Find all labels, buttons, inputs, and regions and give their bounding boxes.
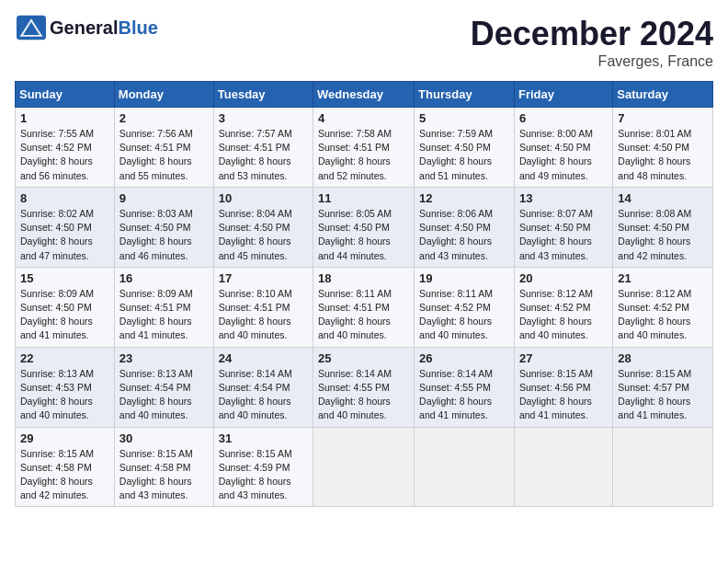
day-number: 27 (519, 351, 608, 365)
calendar-cell: 22 Sunrise: 8:13 AMSunset: 4:53 PMDaylig… (16, 347, 115, 427)
calendar-cell: 30 Sunrise: 8:15 AMSunset: 4:58 PMDaylig… (114, 427, 213, 507)
day-detail: Sunrise: 8:09 AMSunset: 4:50 PMDaylight:… (20, 287, 109, 343)
header-saturday: Saturday (613, 82, 713, 108)
day-detail: Sunrise: 8:15 AMSunset: 4:59 PMDaylight:… (219, 447, 308, 503)
calendar-cell: 12 Sunrise: 8:06 AMSunset: 4:50 PMDaylig… (415, 187, 515, 267)
day-detail: Sunrise: 8:12 AMSunset: 4:52 PMDaylight:… (618, 287, 708, 343)
day-detail: Sunrise: 7:57 AMSunset: 4:51 PMDaylight:… (219, 127, 308, 183)
calendar-cell: 15 Sunrise: 8:09 AMSunset: 4:50 PMDaylig… (16, 267, 115, 347)
day-detail: Sunrise: 8:15 AMSunset: 4:56 PMDaylight:… (519, 367, 608, 423)
calendar-week-row: 15 Sunrise: 8:09 AMSunset: 4:50 PMDaylig… (16, 267, 713, 347)
calendar-cell: 5 Sunrise: 7:59 AMSunset: 4:50 PMDayligh… (415, 108, 515, 188)
day-detail: Sunrise: 7:56 AMSunset: 4:51 PMDaylight:… (119, 127, 209, 183)
calendar-cell: 3 Sunrise: 7:57 AMSunset: 4:51 PMDayligh… (213, 108, 313, 188)
calendar-cell: 18 Sunrise: 8:11 AMSunset: 4:51 PMDaylig… (313, 267, 415, 347)
day-number: 1 (20, 111, 109, 125)
calendar-week-row: 29 Sunrise: 8:15 AMSunset: 4:58 PMDaylig… (16, 427, 713, 507)
day-detail: Sunrise: 7:59 AMSunset: 4:50 PMDaylight:… (419, 127, 509, 183)
day-detail: Sunrise: 8:08 AMSunset: 4:50 PMDaylight:… (618, 207, 708, 263)
day-number: 3 (219, 111, 308, 125)
day-detail: Sunrise: 7:55 AMSunset: 4:52 PMDaylight:… (20, 127, 109, 183)
day-number: 20 (519, 271, 608, 285)
header-monday: Monday (114, 82, 213, 108)
day-number: 15 (20, 271, 109, 285)
logo-blue: Blue (118, 17, 157, 38)
day-detail: Sunrise: 8:14 AMSunset: 4:55 PMDaylight:… (419, 367, 509, 423)
calendar-cell: 1 Sunrise: 7:55 AMSunset: 4:52 PMDayligh… (16, 108, 115, 188)
day-number: 30 (119, 431, 209, 445)
day-number: 28 (618, 351, 708, 365)
day-number: 13 (519, 191, 608, 205)
day-detail: Sunrise: 8:15 AMSunset: 4:58 PMDaylight:… (20, 447, 109, 503)
day-number: 8 (20, 191, 109, 205)
day-number: 19 (419, 271, 509, 285)
day-number: 25 (318, 351, 409, 365)
calendar-cell: 28 Sunrise: 8:15 AMSunset: 4:57 PMDaylig… (613, 347, 713, 427)
day-number: 22 (20, 351, 109, 365)
calendar-table: Sunday Monday Tuesday Wednesday Thursday… (15, 81, 713, 507)
calendar-cell: 24 Sunrise: 8:14 AMSunset: 4:54 PMDaylig… (213, 347, 313, 427)
day-detail: Sunrise: 8:15 AMSunset: 4:57 PMDaylight:… (618, 367, 708, 423)
day-detail: Sunrise: 8:13 AMSunset: 4:53 PMDaylight:… (20, 367, 109, 423)
calendar-week-row: 22 Sunrise: 8:13 AMSunset: 4:53 PMDaylig… (16, 347, 713, 427)
day-number: 26 (419, 351, 509, 365)
calendar-cell: 23 Sunrise: 8:13 AMSunset: 4:54 PMDaylig… (114, 347, 213, 427)
day-number: 4 (318, 111, 409, 125)
day-number: 7 (618, 111, 708, 125)
day-number: 17 (219, 271, 308, 285)
header-tuesday: Tuesday (213, 82, 313, 108)
logo-icon (17, 15, 46, 40)
title-block: December 2024 Faverges, France (471, 15, 713, 70)
calendar-cell: 25 Sunrise: 8:14 AMSunset: 4:55 PMDaylig… (313, 347, 415, 427)
calendar-cell: 19 Sunrise: 8:11 AMSunset: 4:52 PMDaylig… (415, 267, 515, 347)
day-detail: Sunrise: 8:07 AMSunset: 4:50 PMDaylight:… (519, 207, 608, 263)
logo: GeneralBlue (15, 15, 158, 40)
day-detail: Sunrise: 8:03 AMSunset: 4:50 PMDaylight:… (119, 207, 209, 263)
day-detail: Sunrise: 8:14 AMSunset: 4:55 PMDaylight:… (318, 367, 409, 423)
day-detail: Sunrise: 8:05 AMSunset: 4:50 PMDaylight:… (318, 207, 409, 263)
day-number: 5 (419, 111, 509, 125)
calendar-cell (613, 427, 713, 507)
day-number: 21 (618, 271, 708, 285)
day-number: 2 (119, 111, 209, 125)
day-detail: Sunrise: 8:04 AMSunset: 4:50 PMDaylight:… (219, 207, 308, 263)
day-number: 31 (219, 431, 308, 445)
calendar-cell: 29 Sunrise: 8:15 AMSunset: 4:58 PMDaylig… (16, 427, 115, 507)
header-sunday: Sunday (16, 82, 115, 108)
calendar-week-row: 8 Sunrise: 8:02 AMSunset: 4:50 PMDayligh… (16, 187, 713, 267)
calendar-cell: 6 Sunrise: 8:00 AMSunset: 4:50 PMDayligh… (514, 108, 612, 188)
calendar-cell: 14 Sunrise: 8:08 AMSunset: 4:50 PMDaylig… (613, 187, 713, 267)
weekday-header-row: Sunday Monday Tuesday Wednesday Thursday… (16, 82, 713, 108)
day-number: 10 (219, 191, 308, 205)
calendar-cell (415, 427, 515, 507)
calendar-cell: 9 Sunrise: 8:03 AMSunset: 4:50 PMDayligh… (114, 187, 213, 267)
day-detail: Sunrise: 8:11 AMSunset: 4:52 PMDaylight:… (419, 287, 509, 343)
calendar-cell: 20 Sunrise: 8:12 AMSunset: 4:52 PMDaylig… (514, 267, 612, 347)
day-number: 18 (318, 271, 409, 285)
page-header: GeneralBlue December 2024 Faverges, Fran… (15, 15, 713, 70)
calendar-cell: 26 Sunrise: 8:14 AMSunset: 4:55 PMDaylig… (415, 347, 515, 427)
calendar-cell: 2 Sunrise: 7:56 AMSunset: 4:51 PMDayligh… (114, 108, 213, 188)
day-detail: Sunrise: 8:12 AMSunset: 4:52 PMDaylight:… (519, 287, 608, 343)
calendar-week-row: 1 Sunrise: 7:55 AMSunset: 4:52 PMDayligh… (16, 108, 713, 188)
day-detail: Sunrise: 8:00 AMSunset: 4:50 PMDaylight:… (519, 127, 608, 183)
day-detail: Sunrise: 8:02 AMSunset: 4:50 PMDaylight:… (20, 207, 109, 263)
day-detail: Sunrise: 8:11 AMSunset: 4:51 PMDaylight:… (318, 287, 409, 343)
calendar-cell: 11 Sunrise: 8:05 AMSunset: 4:50 PMDaylig… (313, 187, 415, 267)
day-detail: Sunrise: 7:58 AMSunset: 4:51 PMDaylight:… (318, 127, 409, 183)
day-number: 9 (119, 191, 209, 205)
day-detail: Sunrise: 8:09 AMSunset: 4:51 PMDaylight:… (119, 287, 209, 343)
day-detail: Sunrise: 8:13 AMSunset: 4:54 PMDaylight:… (119, 367, 209, 423)
day-detail: Sunrise: 8:15 AMSunset: 4:58 PMDaylight:… (119, 447, 209, 503)
header-wednesday: Wednesday (313, 82, 415, 108)
day-number: 29 (20, 431, 109, 445)
day-number: 16 (119, 271, 209, 285)
calendar-cell: 17 Sunrise: 8:10 AMSunset: 4:51 PMDaylig… (213, 267, 313, 347)
day-number: 24 (219, 351, 308, 365)
day-number: 11 (318, 191, 409, 205)
logo-general: General (50, 17, 118, 38)
calendar-cell (313, 427, 415, 507)
calendar-cell: 31 Sunrise: 8:15 AMSunset: 4:59 PMDaylig… (213, 427, 313, 507)
day-number: 12 (419, 191, 509, 205)
calendar-cell: 21 Sunrise: 8:12 AMSunset: 4:52 PMDaylig… (613, 267, 713, 347)
